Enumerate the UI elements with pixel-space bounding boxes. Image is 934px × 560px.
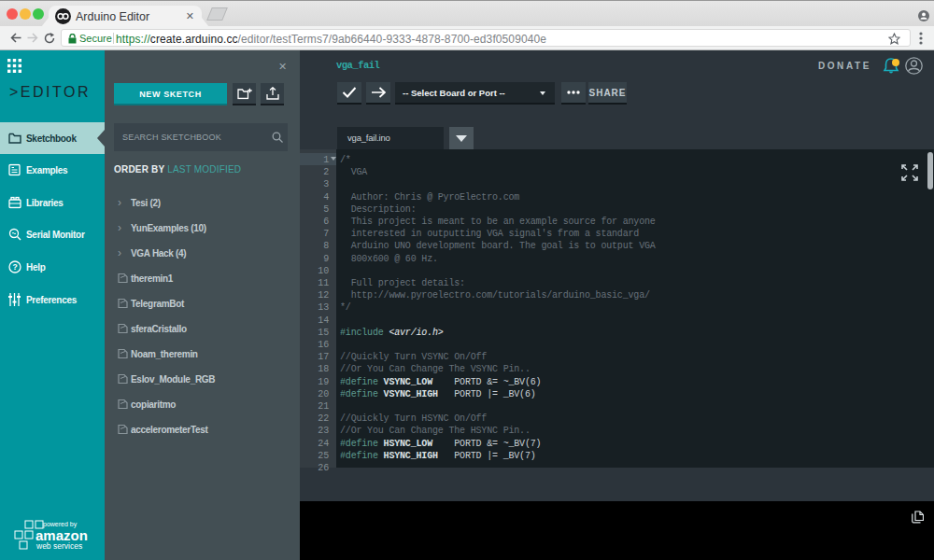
svg-text:?: ? [13, 262, 18, 272]
svg-text:web services: web services [35, 541, 82, 551]
